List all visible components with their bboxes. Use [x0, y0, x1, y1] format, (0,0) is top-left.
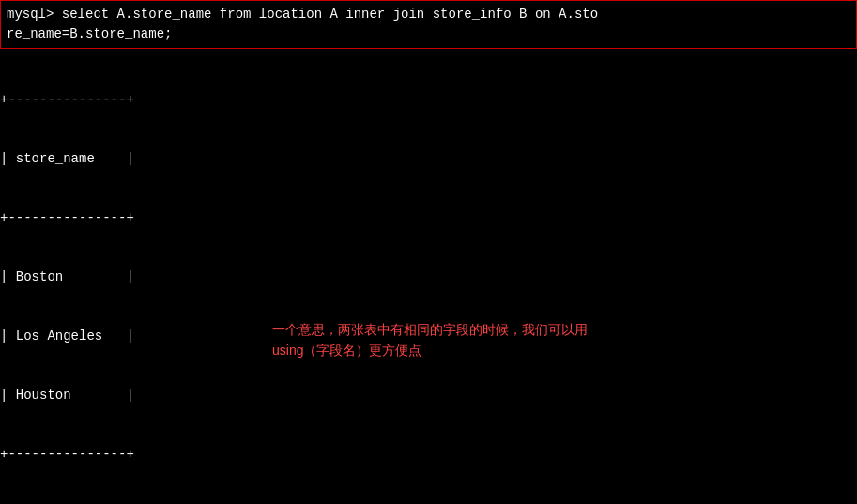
- query-block-1: mysql> select A.store_name from location…: [0, 0, 857, 49]
- table-row-1-1: | Boston |: [0, 267, 857, 287]
- table-border-top-1: +---------------+: [0, 90, 857, 110]
- table-border-mid-1: +---------------+: [0, 208, 857, 228]
- table-border-bot-1: +---------------+: [0, 445, 857, 465]
- annotation-line2: using（字段名）更方便点: [272, 340, 588, 360]
- terminal: mysql> select A.store_name from location…: [0, 0, 857, 504]
- table-output-1: +---------------+ | store_name | +------…: [0, 49, 857, 504]
- table-row-1-3: | Houston |: [0, 386, 857, 405]
- prompt-1: mysql>: [7, 7, 62, 22]
- section-1: mysql> select A.store_name from location…: [0, 0, 857, 504]
- annotation: 一个意思，两张表中有相同的字段的时候，我们可以用 using（字段名）更方便点: [272, 319, 588, 361]
- query-text-1: select A.store_name from location A inne…: [7, 7, 598, 41]
- annotation-line1: 一个意思，两张表中有相同的字段的时候，我们可以用: [272, 319, 588, 340]
- table-header-1: | store_name |: [0, 149, 857, 169]
